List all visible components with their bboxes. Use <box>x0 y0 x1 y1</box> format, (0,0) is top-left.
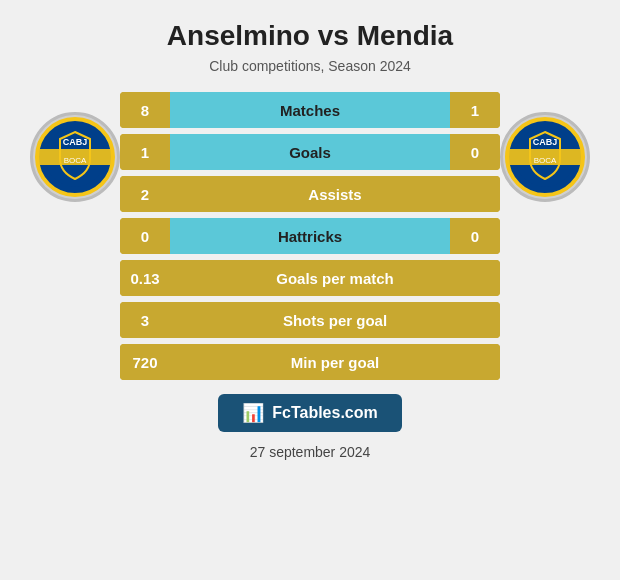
stat-label-hattricks: Hattricks <box>170 218 450 254</box>
svg-text:BOCA: BOCA <box>64 156 87 165</box>
svg-rect-9 <box>507 157 583 165</box>
svg-rect-2 <box>37 149 113 157</box>
left-team-logo: CABJ BOCA <box>30 112 120 202</box>
svg-rect-8 <box>507 149 583 157</box>
stat-row-assists: 2 Assists <box>120 176 500 212</box>
stat-left-matches: 8 <box>120 92 170 128</box>
svg-text:CABJ: CABJ <box>533 137 558 147</box>
svg-point-1 <box>45 127 105 187</box>
svg-text:CABJ: CABJ <box>63 137 88 147</box>
stat-row-goals-per-match: 0.13 Goals per match <box>120 260 500 296</box>
stat-left-goals-per-match: 0.13 <box>120 260 170 296</box>
right-team-logo: CABJ BOCA <box>500 112 590 202</box>
stat-label-goals-per-match: Goals per match <box>170 260 500 296</box>
stat-left-min-per-goal: 720 <box>120 344 170 380</box>
svg-point-6 <box>507 119 583 195</box>
stat-row-hattricks: 0 Hattricks 0 <box>120 218 500 254</box>
stat-label-matches: Matches <box>170 92 450 128</box>
badge-text: FcTables.com <box>272 404 378 422</box>
badge-icon: 📊 <box>242 402 264 424</box>
stat-left-shots-per-goal: 3 <box>120 302 170 338</box>
stat-label-assists: Assists <box>170 176 500 212</box>
svg-text:BOCA: BOCA <box>534 156 557 165</box>
svg-rect-3 <box>37 157 113 165</box>
stat-row-goals: 1 Goals 0 <box>120 134 500 170</box>
fctables-badge: 📊 FcTables.com <box>218 394 402 432</box>
stat-label-min-per-goal: Min per goal <box>170 344 500 380</box>
page-title: Anselmino vs Mendia <box>167 20 453 52</box>
stat-label-shots-per-goal: Shots per goal <box>170 302 500 338</box>
stats-section: CABJ BOCA CABJ BOCA <box>10 92 610 380</box>
comparison-card: Anselmino vs Mendia Club competitions, S… <box>0 0 620 580</box>
date-label: 27 september 2024 <box>250 444 371 460</box>
stat-row-min-per-goal: 720 Min per goal <box>120 344 500 380</box>
stats-table: 8 Matches 1 1 Goals 0 2 Assists 0 Hattri… <box>120 92 500 380</box>
stat-left-assists: 2 <box>120 176 170 212</box>
stat-row-shots-per-goal: 3 Shots per goal <box>120 302 500 338</box>
stat-row-matches: 8 Matches 1 <box>120 92 500 128</box>
stat-right-goals: 0 <box>450 134 500 170</box>
stat-right-matches: 1 <box>450 92 500 128</box>
stat-label-goals: Goals <box>170 134 450 170</box>
page-subtitle: Club competitions, Season 2024 <box>209 58 411 74</box>
stat-right-hattricks: 0 <box>450 218 500 254</box>
svg-point-0 <box>37 119 113 195</box>
stat-left-goals: 1 <box>120 134 170 170</box>
stat-left-hattricks: 0 <box>120 218 170 254</box>
svg-point-7 <box>515 127 575 187</box>
